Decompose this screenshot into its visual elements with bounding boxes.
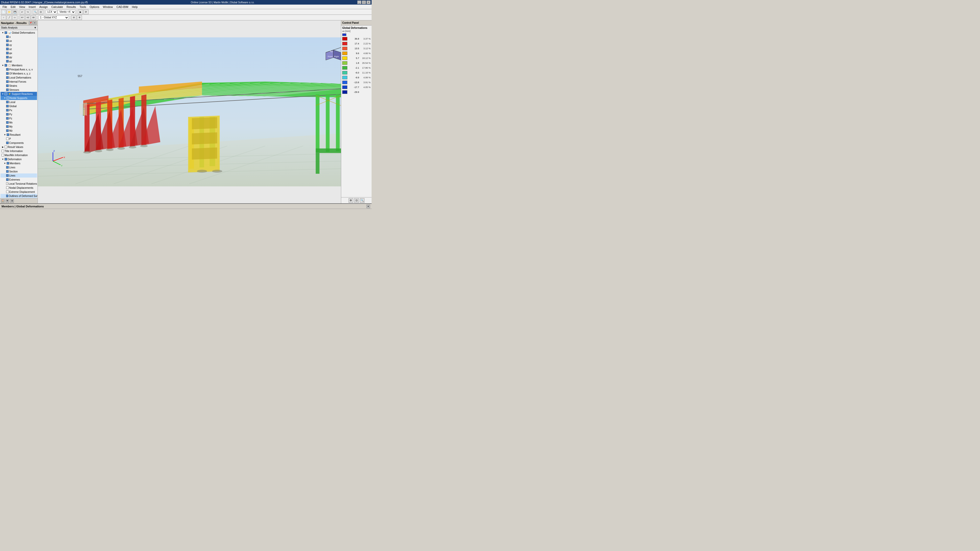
tree-lines[interactable]: ✓ Lines — [0, 165, 37, 169]
menu-calculate[interactable]: Calculate — [50, 5, 65, 9]
tree-components[interactable]: ✓ Components — [0, 141, 37, 145]
tree-maxmin-information[interactable]: Max/Min Information — [0, 153, 37, 157]
tree-u[interactable]: ✓ u — [0, 35, 37, 39]
tree-nodal-supports[interactable]: ▼ ✓ Nodal Supports — [0, 96, 37, 100]
check-icon[interactable]: ✓ — [6, 170, 9, 173]
tree-outlines-deformed[interactable]: ✓ Outlines of Deformed Surfaces — [0, 194, 37, 198]
check-icon[interactable]: ✓ — [6, 56, 9, 59]
check-icon[interactable] — [6, 186, 9, 189]
check-icon[interactable]: ✓ — [6, 141, 9, 144]
tree-local-deformations[interactable]: ✓ Local Deformations — [0, 76, 37, 79]
close-button[interactable]: × — [366, 0, 371, 4]
toolbar-wind-select[interactable]: Viento +X — [58, 10, 76, 14]
tree-pz[interactable]: ✓ Pz — [0, 116, 37, 121]
check-icon[interactable]: ✓ — [6, 48, 9, 50]
minimize-button[interactable]: _ — [357, 0, 361, 4]
check-icon[interactable]: ✓ — [6, 105, 9, 107]
check-icon[interactable]: ✓ — [5, 158, 7, 160]
check-icon[interactable] — [5, 146, 7, 148]
check-icon[interactable]: ✓ — [5, 64, 7, 67]
check-icon[interactable]: ✓ — [6, 162, 9, 165]
tree-resultant[interactable]: ▼ ✓ Resultant — [0, 133, 37, 137]
menu-insert[interactable]: Insert — [27, 5, 37, 9]
redo-button[interactable]: ↪ — [25, 10, 30, 14]
viewport[interactable]: 557 X Y Z Front Right Top — [38, 21, 341, 203]
tree-uz[interactable]: ✓ uz — [0, 47, 37, 51]
open-button[interactable]: 📁 — [6, 10, 12, 14]
toolbar-lc-select[interactable]: LC4 — [46, 10, 57, 14]
menu-file[interactable]: File — [1, 5, 9, 9]
menu-tools[interactable]: Tools — [78, 5, 88, 9]
check-icon[interactable] — [6, 191, 9, 193]
tree-px[interactable]: ✓ Px — [0, 108, 37, 112]
menu-help[interactable]: Help — [130, 5, 139, 9]
display-nodes-button[interactable]: ○ — [1, 15, 6, 20]
check-icon[interactable]: ✓ — [6, 72, 9, 75]
tree-internal-forces[interactable]: ✓ Internal Forces — [0, 79, 37, 84]
tree-py[interactable]: ✓ Py — [0, 112, 37, 116]
check-icon[interactable]: ✓ — [6, 174, 9, 177]
check-icon[interactable]: ✓ — [6, 44, 9, 46]
filter-button[interactable]: ⊟ — [71, 15, 76, 20]
check-icon[interactable]: ✓ — [6, 52, 9, 54]
tree-mx[interactable]: ✓ Mx — [0, 121, 37, 124]
tree-p[interactable]: P — [0, 137, 37, 141]
check-icon[interactable]: ✓ — [6, 166, 9, 168]
check-icon[interactable]: ✓ — [6, 60, 9, 62]
analysis-selector[interactable]: Static Analysis ▼ — [0, 25, 38, 30]
tree-global-deformations[interactable]: ▼ ✓ 📊 Global Deformations — [0, 30, 37, 35]
check-icon[interactable]: ✓ — [6, 109, 9, 111]
check-icon[interactable]: ✓ — [6, 178, 9, 181]
tree-extreme-displacement[interactable]: Extreme Displacement — [0, 190, 37, 194]
tree-phiy[interactable]: ✓ φy — [0, 55, 37, 59]
menu-window[interactable]: Window — [101, 5, 115, 9]
tree-uy[interactable]: ✓ uy — [0, 43, 37, 47]
tree-deform-members[interactable]: ▼ ✓ Members — [0, 161, 37, 165]
tree-of-members[interactable]: ✓ Of Members x, y, z — [0, 71, 37, 76]
tree-ux[interactable]: ✓ ux — [0, 39, 37, 43]
tree-result-values[interactable]: ▶ Result Values — [0, 145, 37, 149]
tree-strains[interactable]: ✓ Strains — [0, 84, 37, 88]
check-icon[interactable]: ✓ — [6, 76, 9, 79]
tree-phix[interactable]: ✓ φx — [0, 51, 37, 55]
tree-extremes[interactable]: ✓ Extremes — [0, 178, 37, 182]
tree-my[interactable]: ✓ My — [0, 124, 37, 129]
check-icon[interactable]: ✓ — [6, 35, 9, 38]
tree-section-colored[interactable]: ✓ Lines — [0, 173, 37, 178]
check-icon[interactable]: ✓ — [6, 113, 9, 116]
check-icon[interactable]: ✓ — [6, 68, 9, 71]
check-icon[interactable] — [2, 150, 4, 152]
maximize-button[interactable]: □ — [362, 0, 366, 4]
display-surfaces-button[interactable]: ▭ — [12, 15, 18, 20]
check-icon[interactable]: ✓ — [6, 40, 9, 42]
tree-section[interactable]: ✓ Section — [0, 169, 37, 173]
menu-cad-bim[interactable]: CAD-BIM — [115, 5, 130, 9]
navigator-pin-button[interactable]: 📌 — [29, 21, 32, 25]
menu-view[interactable]: View — [18, 5, 27, 9]
check-icon[interactable]: ✓ — [6, 80, 9, 83]
menu-results[interactable]: Results — [65, 5, 78, 9]
cp-settings-button[interactable]: ⚙ — [348, 198, 353, 203]
check-icon[interactable]: ✓ — [6, 84, 9, 87]
nav-settings-button[interactable]: ⚙ — [10, 199, 14, 203]
tree-members[interactable]: ▼ ✓ 📋 Members — [0, 63, 37, 67]
display-members-button[interactable]: ╱ — [6, 15, 12, 20]
menu-edit[interactable]: Edit — [9, 5, 17, 9]
view-xz-button[interactable]: XZ — [25, 15, 30, 20]
nav-home-button[interactable]: 🏠 — [1, 199, 5, 203]
new-button[interactable]: 📄 — [1, 10, 6, 14]
tree-principal-axes[interactable]: ✓ Principal Axes x, u, v — [0, 67, 37, 71]
options-button[interactable]: ⚙ — [77, 15, 82, 20]
check-icon[interactable] — [6, 183, 8, 185]
tree-title-information[interactable]: Title Information — [0, 149, 37, 153]
check-icon[interactable]: ✓ — [5, 93, 7, 95]
check-icon[interactable]: ✓ — [6, 133, 9, 136]
undo-button[interactable]: ↩ — [20, 10, 25, 14]
tree-stresses[interactable]: ✓ Stresses — [0, 88, 37, 92]
check-icon[interactable]: ✓ — [6, 117, 9, 120]
tree-global[interactable]: ✓ Global — [0, 104, 37, 108]
check-icon[interactable]: ✓ — [5, 32, 7, 34]
view-xy-button[interactable]: XY — [20, 15, 25, 20]
check-icon[interactable] — [2, 154, 4, 156]
menu-assign[interactable]: Assign — [38, 5, 49, 9]
